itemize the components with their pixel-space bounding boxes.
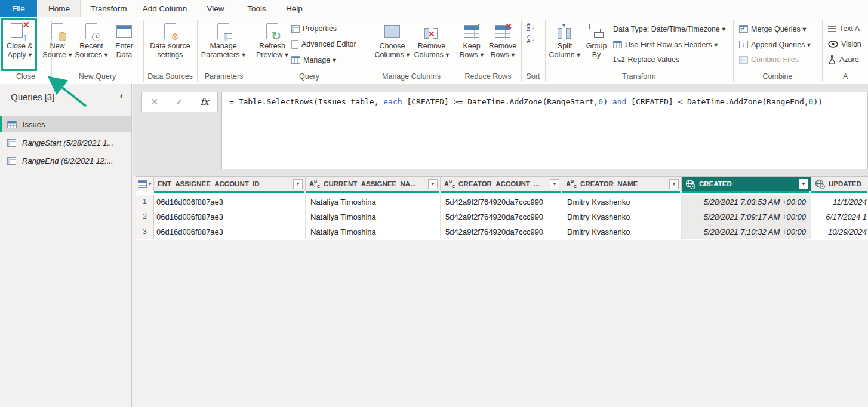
table-cell[interactable]: 5d42a9f2f764920da7ccc990 [441, 209, 562, 224]
merge-queries-icon [739, 25, 748, 33]
table-cell[interactable]: 6/17/2024 1 [811, 209, 868, 224]
collapse-pane-icon[interactable]: ‹ [120, 91, 123, 101]
new-source-button[interactable]: New Source ▾ [41, 20, 74, 70]
recent-sources-icon [85, 23, 97, 39]
table-cell[interactable]: 5d42a9f2f764920da7ccc990 [441, 224, 562, 239]
keep-rows-button[interactable]: ✓ Keep Rows ▾ [457, 20, 486, 70]
remove-rows-button[interactable]: ✕ Remove Rows ▾ [487, 20, 518, 70]
table-cell[interactable]: Dmitry Kvashenko [562, 195, 682, 209]
table-cell[interactable]: 5d42a9f2f764920da7ccc990 [441, 195, 562, 209]
parameter-icon [7, 157, 16, 165]
append-queries-icon [739, 41, 748, 48]
advanced-editor-icon [291, 40, 298, 49]
data-type-button[interactable]: Data Type: Date/Time/Timezone ▾ [613, 23, 726, 35]
text-analytics-button[interactable]: Text A [828, 23, 860, 35]
row-number[interactable]: 2 [136, 209, 154, 224]
remove-columns-button[interactable]: ✕ Remove Columns ▾ [413, 20, 450, 70]
azure-ml-button[interactable]: Azure [828, 54, 859, 66]
accept-formula-icon[interactable]: ✓ [176, 97, 183, 107]
group-label-transform: Transform [545, 72, 733, 83]
column-header-creator-name[interactable]: ABC CREATOR_NAME ▼ [562, 176, 682, 191]
enter-data-button[interactable]: Enter Data [110, 20, 138, 70]
replace-values-button[interactable]: 1↘2 Replace Values [613, 54, 679, 66]
fx-icon[interactable]: fx [201, 97, 209, 107]
table-cell[interactable]: 10/29/2024 [811, 224, 868, 239]
table-cell[interactable]: Dmitry Kvashenko [562, 224, 682, 239]
remove-rows-icon: ✕ [495, 25, 510, 38]
enter-data-icon [116, 25, 132, 38]
table-cell[interactable]: 5/28/2021 7:03:53 AM +00:00 [682, 195, 811, 209]
vision-button[interactable]: Vision [828, 38, 861, 50]
table-cell[interactable]: 5/28/2021 7:10:32 AM +00:00 [682, 224, 811, 239]
table-cell[interactable]: Nataliya Timoshina [306, 195, 441, 209]
column-header-current-assignee-name[interactable]: ABC CURRENT_ASSIGNEE_NA... ▼ [306, 176, 441, 191]
parameter-icon [7, 139, 16, 147]
use-first-row-as-headers-button[interactable]: Use First Row as Headers ▾ [613, 38, 718, 50]
text-analytics-icon [828, 26, 836, 32]
replace-values-icon: 1↘2 [613, 57, 625, 63]
group-label-manage-columns: Manage Columns [368, 72, 455, 83]
data-preview-table: ▼ ENT_ASSIGNEE_ACCOUNT_ID ▼ ABC CURRENT_… [136, 176, 868, 240]
query-item-rangestart[interactable]: RangeStart (5/28/2021 1... [0, 135, 131, 151]
table-cell[interactable]: 5/28/2021 7:09:17 AM +00:00 [682, 209, 811, 224]
table-cell[interactable]: 11/1/2024 [811, 195, 868, 209]
table-cell[interactable]: Nataliya Timoshina [306, 224, 441, 239]
manage-icon [291, 56, 300, 64]
tab-add-column[interactable]: Add Column [137, 0, 192, 17]
filter-dropdown-icon[interactable]: ▼ [669, 179, 679, 189]
column-header-updated[interactable]: UPDATED [811, 176, 868, 191]
sort-descending-button[interactable]: ZA↓ [527, 34, 535, 44]
filter-dropdown-icon[interactable]: ▼ [550, 179, 559, 189]
merge-queries-button[interactable]: Merge Queries ▾ [739, 23, 806, 35]
query-item-issues[interactable]: Issues [0, 116, 131, 132]
group-label-combine: Combine [733, 72, 822, 83]
filter-dropdown-icon[interactable]: ▼ [293, 179, 303, 189]
column-header-created[interactable]: CREATED ▼ [682, 176, 811, 191]
filter-dropdown-icon[interactable]: ▼ [428, 179, 438, 189]
manage-button[interactable]: Manage ▾ [291, 54, 336, 66]
data-source-settings-button[interactable]: ⚙ Data source settings [148, 20, 192, 70]
table-cell[interactable]: 06d16d006f887ae3 [154, 209, 306, 224]
group-label-sort: Sort [521, 72, 545, 83]
table-query-icon [7, 121, 17, 128]
manage-parameters-button[interactable]: Manage Parameters ▾ [201, 20, 246, 70]
tab-tools[interactable]: Tools [240, 0, 273, 17]
split-column-button[interactable]: ▾ Split Column ▾ [548, 20, 581, 70]
sort-ascending-button[interactable]: AZ↓ [527, 22, 535, 32]
row-number[interactable]: 1 [136, 195, 154, 209]
select-all-corner[interactable]: ▼ [136, 176, 154, 191]
column-header-creator-account[interactable]: ABC CREATOR_ACCOUNT_... ▼ [441, 176, 562, 191]
properties-icon [291, 25, 300, 33]
table-cell[interactable]: 06d16d006f887ae3 [154, 224, 306, 239]
tab-help[interactable]: Help [279, 0, 309, 17]
filter-dropdown-icon[interactable]: ▼ [799, 179, 808, 189]
advanced-editor-button[interactable]: Advanced Editor [291, 38, 356, 50]
table-cell[interactable]: 06d16d006f887ae3 [154, 195, 306, 209]
formula-input[interactable]: = Table.SelectRows(Issues_table, each [C… [221, 92, 868, 169]
text-type-icon: ABC [566, 178, 577, 190]
text-type-icon: ABC [444, 178, 455, 190]
table-cell[interactable]: Dmitry Kvashenko [562, 209, 682, 224]
datetimezone-type-icon [815, 179, 825, 189]
properties-button[interactable]: Properties [291, 23, 337, 35]
choose-columns-icon [384, 25, 400, 38]
combine-files-button[interactable]: Combine Files [739, 54, 799, 66]
data-source-settings-icon: ⚙ [164, 23, 176, 39]
group-label-new-query: New Query [51, 72, 143, 83]
append-queries-button[interactable]: Append Queries ▾ [739, 38, 811, 50]
group-by-button[interactable]: Group By [583, 20, 610, 70]
row-number[interactable]: 3 [136, 224, 154, 239]
group-label-close: Close [0, 72, 51, 83]
choose-columns-button[interactable]: Choose Columns ▾ [374, 20, 411, 70]
cancel-formula-icon[interactable]: ✕ [150, 97, 158, 107]
tab-view[interactable]: View [197, 0, 234, 17]
tab-transform[interactable]: Transform [82, 0, 136, 17]
tab-home[interactable]: Home [38, 0, 81, 17]
refresh-preview-button[interactable]: ↻ Refresh Preview ▾ [256, 20, 289, 70]
recent-sources-button[interactable]: Recent Sources ▾ [74, 20, 109, 70]
column-header-assignee-account-id[interactable]: ENT_ASSIGNEE_ACCOUNT_ID ▼ [154, 176, 306, 191]
query-item-rangeend[interactable]: RangeEnd (6/2/2021 12:... [0, 153, 131, 169]
table-cell[interactable]: Nataliya Timoshina [306, 209, 441, 224]
queries-pane-title: Queries [3] [11, 92, 54, 102]
tab-file[interactable]: File [0, 0, 37, 17]
